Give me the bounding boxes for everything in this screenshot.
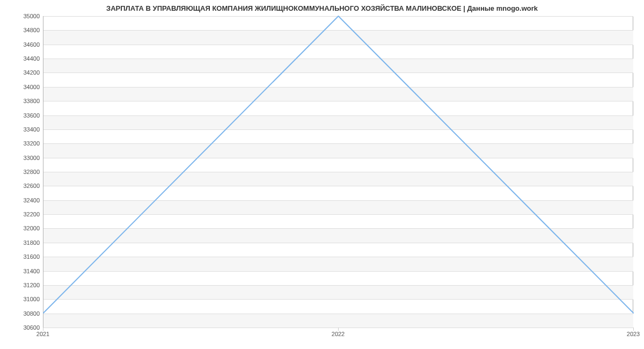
y-tick-label: 31200 xyxy=(8,282,40,288)
y-tick-label: 31800 xyxy=(8,239,40,246)
y-tick-label: 33600 xyxy=(8,112,40,119)
y-tick-label: 35000 xyxy=(8,13,40,19)
y-tick-label: 34200 xyxy=(8,69,40,76)
y-tick-label: 33800 xyxy=(8,98,40,104)
x-tick-label: 2023 xyxy=(627,331,640,337)
y-tick-label: 32600 xyxy=(8,183,40,189)
y-tick-label: 30600 xyxy=(8,324,40,331)
chart-title: ЗАРПЛАТА В УПРАВЛЯЮЩАЯ КОМПАНИЯ ЖИЛИЩНОК… xyxy=(0,4,644,12)
y-tick-label: 33400 xyxy=(8,126,40,133)
x-tick-label: 2022 xyxy=(332,331,345,337)
y-tick-label: 31400 xyxy=(8,268,40,274)
y-tick-label: 33200 xyxy=(8,140,40,147)
y-tick-label: 34800 xyxy=(8,27,40,33)
y-tick-label: 31000 xyxy=(8,296,40,302)
y-tick-label: 30800 xyxy=(8,310,40,317)
plot-area xyxy=(43,16,633,328)
y-tick-label: 33000 xyxy=(8,155,40,161)
x-tick-label: 2021 xyxy=(36,331,49,337)
y-tick-label: 31600 xyxy=(8,253,40,260)
data-line xyxy=(43,16,633,327)
y-tick-label: 34400 xyxy=(8,55,40,62)
y-tick-label: 32000 xyxy=(8,225,40,231)
y-tick-label: 34600 xyxy=(8,41,40,48)
y-tick-label: 34000 xyxy=(8,84,40,90)
y-tick-label: 32200 xyxy=(8,211,40,217)
y-tick-label: 32400 xyxy=(8,197,40,203)
y-tick-label: 32800 xyxy=(8,169,40,175)
chart-container: ЗАРПЛАТА В УПРАВЛЯЮЩАЯ КОМПАНИЯ ЖИЛИЩНОК… xyxy=(0,0,644,349)
